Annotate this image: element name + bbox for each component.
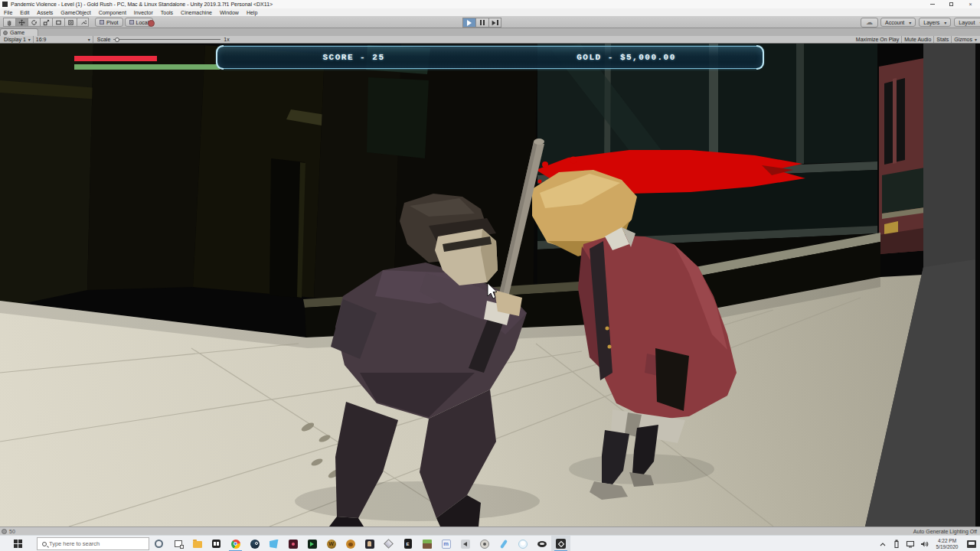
unity-icon <box>556 539 566 549</box>
scale-tool-button[interactable] <box>40 18 52 27</box>
display-dropdown[interactable]: Display 1 ▾ <box>2 36 34 43</box>
menu-edit[interactable]: Edit <box>16 10 33 15</box>
hand-tool-button[interactable] <box>3 18 15 27</box>
chrome-icon <box>231 540 240 549</box>
console-message[interactable]: 50 <box>9 529 15 534</box>
step-button[interactable] <box>488 18 501 28</box>
epic-games-button[interactable]: E <box>398 536 417 551</box>
close-button[interactable]: × <box>961 0 980 8</box>
gizmos-dropdown[interactable]: Gizmos ▾ <box>952 36 979 43</box>
search-input[interactable] <box>49 540 133 547</box>
window-titlebar: Pandemic Violence - Level (1) - Gold Rus… <box>0 0 980 8</box>
health-bar-red <box>74 56 157 61</box>
steam-button[interactable] <box>245 536 264 551</box>
step-icon <box>492 20 496 24</box>
layout-dropdown[interactable]: Layout ▾ <box>954 18 980 27</box>
menu-component[interactable]: Component <box>95 10 130 15</box>
audio-app-button[interactable] <box>456 536 475 551</box>
play-button[interactable] <box>462 18 475 28</box>
game-dark-red-icon <box>289 540 298 549</box>
pause-button[interactable] <box>475 18 488 28</box>
taskbar-search[interactable] <box>37 537 149 550</box>
rotate-tool-button[interactable] <box>28 18 40 27</box>
aspect-label: 16:9 <box>36 37 47 42</box>
game-green-icon <box>308 540 317 549</box>
chevron-down-icon: ▾ <box>28 37 31 42</box>
battery-tray-button[interactable] <box>890 536 903 551</box>
game-dark-red-button[interactable] <box>283 536 302 551</box>
paint3d-button[interactable] <box>264 536 283 551</box>
chevron-down-icon: ▾ <box>909 20 911 25</box>
start-button[interactable] <box>5 536 31 551</box>
maximize-on-play-toggle[interactable]: Maximize On Play <box>854 36 902 43</box>
aspect-ratio-dropdown[interactable]: 16:9 ▾ <box>34 36 93 43</box>
game-viewport[interactable]: SCORE - 25 GOLD - $5,000.00 <box>0 44 980 527</box>
inkscape-button[interactable] <box>379 536 398 551</box>
close-icon: × <box>969 2 972 7</box>
menu-file[interactable]: File <box>0 10 16 15</box>
collab-cloud-button[interactable]: ☁ <box>861 18 878 28</box>
cloud-icon: ☁ <box>866 19 873 26</box>
taskbar-clock[interactable]: 4:22 PM 5/19/2020 <box>931 538 963 550</box>
chrome-button[interactable] <box>226 536 245 551</box>
paint3d-icon <box>270 540 279 549</box>
minecraft-button[interactable] <box>417 536 436 551</box>
water-drop-app-button[interactable] <box>513 536 532 551</box>
lighting-status[interactable]: Auto Generate Lighting Off <box>913 529 977 534</box>
layout-label: Layout <box>959 20 975 25</box>
custom-tool-button[interactable] <box>77 18 89 27</box>
rect-tool-button[interactable] <box>52 18 64 27</box>
microsoft-store-button[interactable] <box>207 536 226 551</box>
window-title: Pandemic Violence - Level (1) - Gold Rus… <box>11 2 273 7</box>
chevron-up-icon <box>879 541 887 547</box>
action-center-button[interactable] <box>963 536 980 551</box>
transform-tool-button[interactable] <box>64 18 77 27</box>
move-tool-button[interactable] <box>15 18 28 27</box>
mail-app-button[interactable]: m <box>436 536 456 551</box>
scale-slider-knob[interactable] <box>115 37 119 42</box>
scale-slider[interactable] <box>113 39 220 40</box>
game-gold-button[interactable] <box>341 536 360 551</box>
warcraft-button[interactable]: W <box>322 536 341 551</box>
epic-games-icon: E <box>404 539 412 549</box>
chevron-down-icon: ▾ <box>88 37 90 42</box>
volume-tray-button[interactable] <box>917 536 931 551</box>
hud-score-panel: SCORE - 25 GOLD - $5,000.00 <box>217 46 763 69</box>
menu-assets[interactable]: Assets <box>33 10 57 15</box>
warcraft-icon: W <box>327 540 336 549</box>
pivot-toggle[interactable]: Pivot <box>95 18 123 27</box>
console-message-icon[interactable] <box>2 529 7 534</box>
monitor-icon <box>906 540 915 548</box>
unity-taskbar-button[interactable] <box>551 536 570 551</box>
cortana-button[interactable] <box>149 536 168 551</box>
display-tray-button[interactable] <box>903 536 917 551</box>
collab-status-icon[interactable] <box>148 20 155 27</box>
file-explorer-button[interactable] <box>188 536 207 551</box>
speaker-icon <box>920 540 929 548</box>
menu-window[interactable]: Window <box>216 10 243 15</box>
task-view-button[interactable] <box>168 536 188 551</box>
camera-app-icon <box>480 540 489 549</box>
audio-app-icon <box>461 540 470 549</box>
menu-gameobject[interactable]: GameObject <box>57 10 94 15</box>
tab-game[interactable]: Game <box>0 28 38 36</box>
game-green-button[interactable] <box>302 536 322 551</box>
camera-app-button[interactable] <box>475 536 494 551</box>
menu-tools[interactable]: Tools <box>157 10 177 15</box>
oval-app-button[interactable] <box>532 536 551 551</box>
stats-toggle[interactable]: Stats <box>934 36 952 43</box>
menu-help[interactable]: Help <box>243 10 261 15</box>
maximize-button[interactable] <box>942 0 961 8</box>
unity-logo-icon <box>2 2 8 7</box>
tray-expand-button[interactable] <box>876 536 890 551</box>
gold-text: GOLD - $5,000.00 <box>490 47 763 68</box>
game-gold-icon <box>346 540 355 549</box>
menu-invector[interactable]: Invector <box>130 10 157 15</box>
layers-dropdown[interactable]: Layers ▾ <box>919 18 951 27</box>
minimize-button[interactable] <box>923 0 942 8</box>
menu-cinemachine[interactable]: Cinemachine <box>177 10 216 15</box>
game-character-button[interactable] <box>360 536 379 551</box>
account-dropdown[interactable]: Account ▾ <box>880 18 916 27</box>
mute-audio-toggle[interactable]: Mute Audio <box>902 36 934 43</box>
feather-app-button[interactable] <box>494 536 513 551</box>
